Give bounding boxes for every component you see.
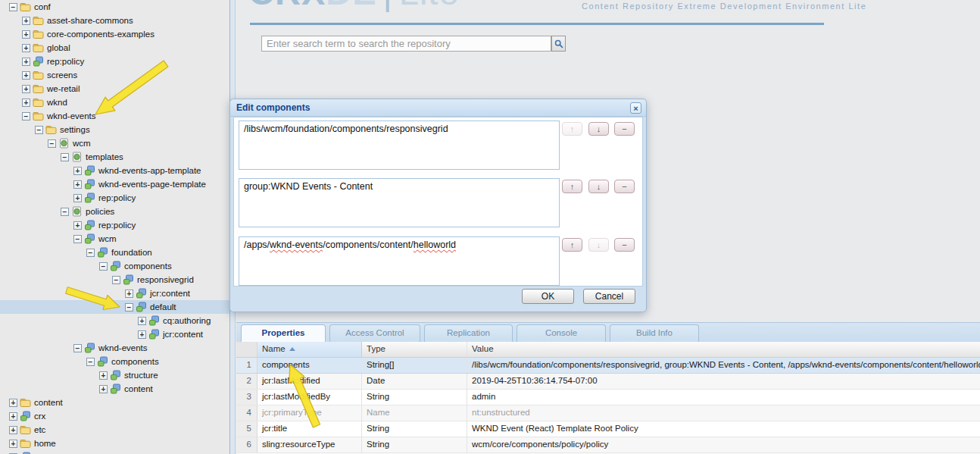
tree-item-wknd[interactable]: + wknd [0, 95, 229, 109]
tree-item-wcm[interactable]: − wcm [0, 136, 229, 150]
tree-item-we-retail[interactable]: + we-retail [0, 82, 229, 95]
tab-replication[interactable]: Replication [424, 324, 513, 342]
tab-access-control[interactable]: Access Control [329, 324, 420, 342]
expander-icon[interactable]: + [138, 330, 146, 339]
expander-icon[interactable]: + [125, 290, 133, 298]
tree-item-rep-policy[interactable]: + rep:policy [0, 218, 229, 232]
expander-icon[interactable]: + [73, 194, 82, 202]
expander-icon[interactable]: + [22, 85, 30, 93]
tree-item-components[interactable]: − components [0, 259, 229, 273]
search-input[interactable] [261, 36, 551, 52]
expander-icon[interactable]: + [22, 71, 30, 80]
expander-icon[interactable]: − [86, 358, 95, 366]
remove-button[interactable]: − [614, 238, 635, 252]
tree-item-policies[interactable]: − policies [0, 205, 229, 218]
move-down-button[interactable]: ↓ [588, 122, 609, 136]
tree-item-wknd-events-page-template[interactable]: + wknd-events-page-template [0, 177, 229, 191]
expander-icon[interactable]: + [22, 44, 30, 52]
tree-item-structure[interactable]: + structure [0, 368, 229, 382]
column-header-name[interactable]: Name [257, 342, 362, 357]
expander-icon[interactable]: − [73, 344, 82, 352]
tree-item-content[interactable]: + content [0, 382, 229, 396]
tree-item-core-components-examples[interactable]: + core-components-examples [0, 27, 229, 41]
tree-item-templates[interactable]: − templates [0, 150, 229, 164]
tree-item-foundation[interactable]: − foundation [0, 246, 229, 259]
remove-button[interactable]: − [614, 180, 635, 193]
move-up-button[interactable]: ↑ [562, 238, 582, 252]
table-row[interactable]: 4 jcr:primaryType Name nt:unstructured [236, 405, 980, 421]
tree-item-home[interactable]: + home [0, 437, 229, 450]
tree-item-wknd-events[interactable]: − wknd-events [0, 341, 229, 355]
table-row[interactable]: 1 components String[] /libs/wcm/foundati… [236, 358, 980, 374]
expander-icon[interactable]: + [73, 180, 82, 189]
expander-icon[interactable]: − [35, 126, 43, 134]
tree-item-components[interactable]: − components [0, 355, 229, 368]
expander-icon[interactable]: + [73, 221, 82, 230]
expander-icon[interactable]: + [22, 30, 30, 39]
search-button[interactable] [551, 36, 566, 52]
expander-icon[interactable]: + [9, 440, 17, 448]
close-icon[interactable]: × [630, 102, 641, 114]
table-row[interactable]: 6 sling:resourceType String wcm/core/com… [236, 437, 980, 453]
expander-icon[interactable]: + [22, 99, 30, 107]
tree-item-screens[interactable]: + screens [0, 68, 229, 82]
tree-item-rep-policy[interactable]: + rep:policy [0, 191, 229, 205]
tab-properties[interactable]: Properties [241, 324, 326, 342]
tree-item-global[interactable]: + global [0, 41, 229, 55]
value-field[interactable]: group:WKND Events - Content [239, 178, 560, 227]
expander-icon[interactable]: − [22, 112, 30, 121]
tab-console[interactable]: Console [517, 324, 606, 342]
tree-item-settings[interactable]: − settings [0, 123, 229, 136]
move-down-button[interactable]: ↓ [588, 238, 609, 252]
expander-icon[interactable]: + [22, 58, 30, 66]
expander-icon[interactable]: + [138, 317, 146, 325]
tree-item-conf[interactable]: − conf [0, 0, 229, 14]
expander-icon[interactable]: − [73, 235, 82, 243]
tree-item-wcm[interactable]: − wcm [0, 232, 229, 246]
tree-item-wknd-events-app-template[interactable]: + wknd-events-app-template [0, 164, 229, 177]
move-up-button[interactable]: ↑ [562, 122, 582, 136]
move-down-button[interactable]: ↓ [588, 180, 609, 193]
expander-icon[interactable]: + [99, 385, 108, 393]
expander-icon[interactable]: − [99, 262, 108, 271]
expander-icon[interactable]: + [9, 412, 17, 421]
expander-icon[interactable]: − [61, 208, 69, 216]
tree-item-rep-policy[interactable]: + rep:policy [0, 55, 229, 68]
node-icon [148, 315, 160, 326]
table-row[interactable]: 5 jcr:title String WKND Event (React) Te… [236, 421, 980, 437]
tree-item-partial[interactable]: + [0, 450, 229, 454]
expander-icon[interactable]: − [112, 276, 120, 284]
tree-item-etc[interactable]: + etc [0, 423, 229, 437]
move-up-button[interactable]: ↑ [562, 180, 582, 193]
tree-item-default[interactable]: − default [0, 300, 229, 314]
folder-icon [33, 29, 44, 39]
value-field[interactable]: /libs/wcm/foundation/components/responsi… [239, 121, 560, 170]
tree-item-crx[interactable]: + crx [0, 409, 229, 423]
tree-item-wknd-events[interactable]: − wknd-events [0, 109, 229, 123]
column-header-type[interactable]: Type [362, 342, 467, 357]
tab-build-info[interactable]: Build Info [610, 324, 699, 342]
expander-icon[interactable]: − [61, 153, 69, 161]
expander-icon[interactable]: + [9, 399, 17, 407]
expander-icon[interactable]: + [99, 371, 108, 380]
expander-icon[interactable]: + [73, 167, 82, 175]
tree-item-asset-share-commons[interactable]: + asset-share-commons [0, 14, 229, 27]
expander-icon[interactable]: + [22, 17, 30, 25]
expander-icon[interactable]: − [125, 303, 133, 312]
tree-item-jcr-content[interactable]: + jcr:content [0, 327, 229, 341]
cancel-button[interactable]: Cancel [583, 289, 635, 304]
tree-item-responsivegrid[interactable]: − responsivegrid [0, 273, 229, 286]
value-field[interactable]: /apps/wknd-events/components/content/hel… [239, 236, 560, 286]
table-row[interactable]: 2 jcr:lastModified Date 2019-04-25T10:36… [236, 374, 980, 390]
expander-icon[interactable]: − [86, 249, 95, 257]
expander-icon[interactable]: + [9, 426, 17, 434]
ok-button[interactable]: OK [522, 289, 574, 304]
tree-item-content[interactable]: + content [0, 396, 229, 409]
expander-icon[interactable]: − [9, 3, 17, 11]
tree-item-cq-authoring[interactable]: + cq:authoring [0, 314, 229, 327]
expander-icon[interactable]: − [48, 139, 56, 148]
tree-item-jcr-content[interactable]: + jcr:content [0, 286, 229, 300]
table-row[interactable]: 3 jcr:lastModifiedBy String admin [236, 390, 980, 405]
column-header-value[interactable]: Value [467, 342, 980, 357]
remove-button[interactable]: − [614, 122, 635, 136]
